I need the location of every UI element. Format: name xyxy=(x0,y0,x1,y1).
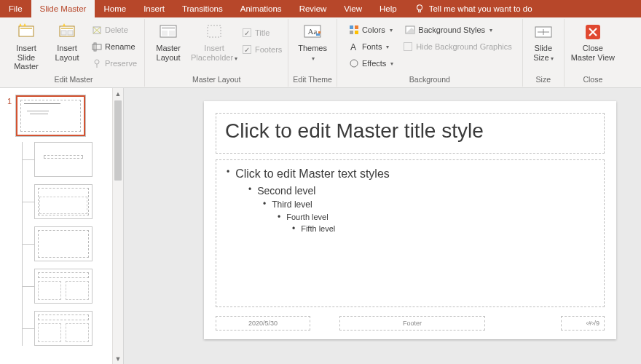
group-label-edit-master: Edit Master xyxy=(54,75,93,87)
hide-background-checkbox[interactable]: Hide Background Graphics xyxy=(402,39,513,55)
tab-animations[interactable]: Animations xyxy=(232,0,291,17)
content-placeholder[interactable]: •Click to edit Master text styles •Secon… xyxy=(216,159,605,307)
rename-button[interactable]: Rename xyxy=(89,39,140,55)
dropdown-icon: ▾ xyxy=(235,55,237,62)
dropdown-icon: ▾ xyxy=(489,27,492,33)
preserve-label: Preserve xyxy=(105,59,137,68)
group-label-size: Size xyxy=(536,75,551,87)
insert-slide-master-icon xyxy=(16,22,36,42)
background-styles-button[interactable]: Background Styles▾ xyxy=(402,22,513,38)
dropdown-icon: ▾ xyxy=(390,60,393,67)
date-placeholder[interactable]: 2020/5/30 xyxy=(216,316,310,331)
delete-label: Delete xyxy=(105,25,128,34)
background-styles-label: Background Styles xyxy=(418,25,485,34)
rename-label: Rename xyxy=(105,42,135,51)
scroll-down-icon[interactable]: ▼ xyxy=(113,353,123,364)
tab-review[interactable]: Review xyxy=(291,0,336,17)
group-background: Colors▾ A Fonts▾ Effects▾ Background Sty… xyxy=(337,19,523,87)
dropdown-icon: ▾ xyxy=(390,27,393,33)
menu-tabs: File Slide Master Home Insert Transition… xyxy=(0,0,641,17)
close-master-view-button[interactable]: Close Master View xyxy=(569,20,617,62)
colors-label: Colors xyxy=(362,25,385,34)
svg-rect-19 xyxy=(208,25,221,37)
svg-rect-5 xyxy=(61,28,73,29)
layout-thumbnail[interactable] xyxy=(34,142,93,177)
master-layout-button[interactable]: Master Layout xyxy=(149,20,187,62)
svg-point-0 xyxy=(417,5,422,10)
bullet-level-4: •Fourth level xyxy=(278,213,594,221)
slide-size-icon xyxy=(533,22,554,42)
themes-button[interactable]: Aa Themes▾ xyxy=(294,20,331,62)
bullet-level-3: •Third level xyxy=(263,199,594,210)
svg-rect-18 xyxy=(169,31,175,36)
title-checkbox[interactable]: ✓ Title xyxy=(241,25,283,41)
svg-rect-26 xyxy=(350,31,353,34)
layout-thumbnail[interactable] xyxy=(34,226,93,261)
tab-home[interactable]: Home xyxy=(95,0,135,17)
dropdown-icon: ▾ xyxy=(312,55,315,62)
footers-checkbox[interactable]: ✓ Footers xyxy=(241,41,283,58)
thumbnail-scrollbar[interactable]: ▲ ▼ xyxy=(112,88,123,364)
tab-view[interactable]: View xyxy=(335,0,371,17)
tell-me-search[interactable]: Tell me what you want to do xyxy=(406,0,541,17)
work-area: 1 ▲ ▼ xyxy=(0,88,641,364)
svg-rect-3 xyxy=(20,28,32,29)
thumbnail-number: 1 xyxy=(4,95,12,106)
tab-slide-master[interactable]: Slide Master xyxy=(31,0,95,17)
effects-button[interactable]: Effects▾ xyxy=(346,55,396,71)
svg-point-13 xyxy=(95,60,99,64)
bullet-level-2: •Second level xyxy=(248,185,594,197)
insert-layout-icon xyxy=(57,22,77,42)
slide-master-thumbnail[interactable]: 1 xyxy=(4,95,108,136)
close-master-view-label: Close Master View xyxy=(571,44,615,62)
effects-label: Effects xyxy=(362,59,386,68)
tell-me-label: Tell me what you want to do xyxy=(429,4,532,13)
svg-rect-17 xyxy=(162,31,168,36)
layout-thumbnail[interactable] xyxy=(34,269,93,304)
colors-icon xyxy=(349,25,359,35)
rename-icon xyxy=(92,41,102,52)
layout-thumbnail[interactable] xyxy=(34,184,93,219)
fonts-button[interactable]: A Fonts▾ xyxy=(346,39,396,55)
fonts-icon: A xyxy=(349,41,359,52)
layout-thumbnail[interactable] xyxy=(34,311,93,346)
checkbox-icon: ✓ xyxy=(243,45,251,54)
themes-icon: Aa xyxy=(302,22,323,42)
svg-rect-23 xyxy=(318,31,320,33)
svg-text:Aa: Aa xyxy=(308,27,318,36)
dropdown-icon: ▾ xyxy=(386,44,389,50)
close-icon xyxy=(583,22,603,42)
effects-icon xyxy=(349,58,359,68)
delete-button[interactable]: Delete xyxy=(89,22,140,38)
scroll-up-icon[interactable]: ▲ xyxy=(113,88,123,99)
slide-size-button[interactable]: Slide Size▾ xyxy=(527,20,559,62)
scrollbar-track[interactable] xyxy=(113,99,123,353)
tab-transitions[interactable]: Transitions xyxy=(173,0,232,17)
layout-thumbnails xyxy=(22,142,108,346)
slide-number-placeholder[interactable]: ‹#›/9 xyxy=(561,316,605,331)
svg-rect-22 xyxy=(316,33,320,36)
scrollbar-thumb[interactable] xyxy=(114,100,122,181)
colors-button[interactable]: Colors▾ xyxy=(346,22,396,38)
svg-rect-7 xyxy=(68,31,73,35)
preserve-button[interactable]: Preserve xyxy=(89,55,140,71)
checkbox-icon: ✓ xyxy=(243,28,251,37)
title-placeholder[interactable]: Click to edit Master title style xyxy=(216,113,605,154)
thumbnail-pane: 1 ▲ ▼ xyxy=(0,88,124,364)
slide-canvas[interactable]: Click to edit Master title style •Click … xyxy=(124,88,641,364)
insert-slide-master-button[interactable]: Insert Slide Master xyxy=(7,20,45,71)
title-checkbox-label: Title xyxy=(255,28,270,37)
insert-placeholder-icon xyxy=(204,22,224,42)
insert-layout-button[interactable]: Insert Layout xyxy=(48,20,86,62)
group-edit-master: Insert Slide Master Insert Layout Delete… xyxy=(3,19,145,87)
tab-help[interactable]: Help xyxy=(371,0,406,17)
footer-placeholder[interactable]: Footer xyxy=(339,316,485,331)
group-master-layout: Master Layout Insert Placeholder▾ ✓ Titl… xyxy=(145,19,288,87)
slide-master-preview: Click to edit Master title style •Click … xyxy=(204,101,616,339)
tab-insert[interactable]: Insert xyxy=(135,0,173,17)
footers-checkbox-label: Footers xyxy=(255,45,282,54)
insert-placeholder-button[interactable]: Insert Placeholder▾ xyxy=(190,20,238,62)
insert-layout-label: Insert Layout xyxy=(55,44,79,62)
tab-file[interactable]: File xyxy=(0,0,31,17)
svg-rect-16 xyxy=(162,27,175,29)
